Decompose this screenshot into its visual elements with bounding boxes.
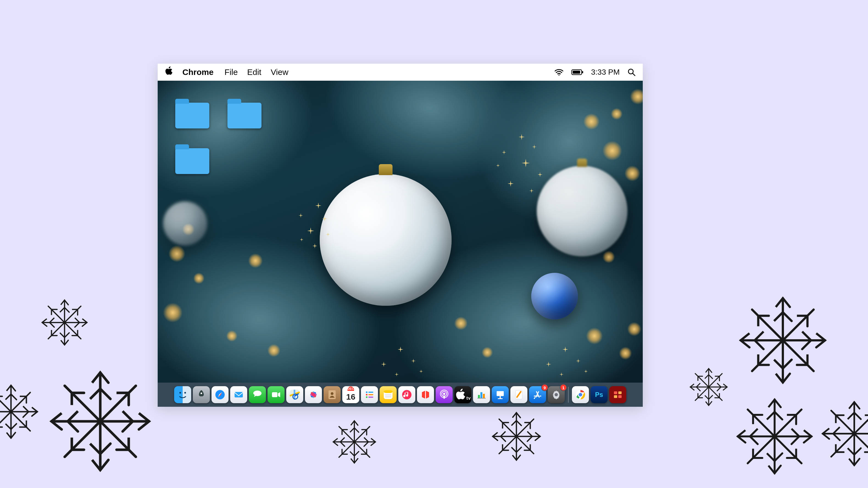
dock-item-photos[interactable] <box>305 386 322 403</box>
svg-line-9 <box>632 73 635 75</box>
appstore-icon <box>532 389 543 400</box>
mac-desktop: Chrome File Edit View 3:33 PM <box>158 64 643 407</box>
video-icon <box>270 389 282 400</box>
dock-item-safari[interactable] <box>212 386 228 403</box>
dock-item-tv[interactable]: tv <box>454 386 471 403</box>
dock-item-calendar[interactable]: DEC 16 <box>342 386 359 403</box>
dock-item-messages[interactable] <box>249 386 266 403</box>
ps-icon: Ps <box>595 391 603 398</box>
menu-edit[interactable]: Edit <box>247 67 261 77</box>
flower-icon <box>308 389 319 400</box>
svg-point-10 <box>179 392 181 394</box>
snowflake-icon <box>492 412 541 461</box>
dock-item-reminders[interactable] <box>361 386 378 403</box>
snowflake-icon <box>41 299 88 346</box>
map-icon <box>289 389 301 400</box>
snowflake-icon <box>736 398 813 475</box>
dock-item-facetime[interactable] <box>268 386 285 403</box>
dock-item-keynote[interactable] <box>492 386 509 403</box>
news-icon <box>420 389 431 400</box>
svg-point-32 <box>366 394 368 395</box>
list-icon <box>364 389 375 400</box>
svg-rect-49 <box>500 396 501 398</box>
snowflake-icon <box>50 370 151 472</box>
dock-item-contacts[interactable] <box>323 386 341 403</box>
dock-item-mail[interactable] <box>230 386 247 403</box>
folder-icon <box>175 103 209 128</box>
pen-icon <box>513 389 525 400</box>
book-icon <box>326 389 338 400</box>
svg-point-30 <box>366 391 368 393</box>
dock-item-podcasts[interactable] <box>436 386 453 403</box>
svg-marker-18 <box>278 392 280 397</box>
apple-menu-icon[interactable] <box>165 66 173 78</box>
dock-item-photoshop[interactable]: Ps <box>591 386 608 403</box>
svg-rect-44 <box>478 395 480 398</box>
svg-rect-46 <box>483 394 485 398</box>
chart-icon <box>476 389 487 400</box>
desktop-folder[interactable] <box>227 103 261 128</box>
svg-point-34 <box>366 396 368 398</box>
svg-rect-33 <box>368 394 373 395</box>
gear-icon <box>551 389 562 400</box>
folder-icon <box>227 103 261 128</box>
svg-rect-17 <box>272 392 277 397</box>
rocket-icon <box>195 389 207 400</box>
wifi-icon[interactable] <box>554 69 564 76</box>
battery-icon[interactable] <box>571 69 583 75</box>
wallpaper-ornament <box>537 166 627 256</box>
svg-line-56 <box>534 398 535 398</box>
wallpaper-ornament <box>163 201 207 246</box>
dock-item-launchpad[interactable] <box>193 386 210 403</box>
desktop-folder[interactable] <box>175 103 209 128</box>
svg-rect-48 <box>497 391 504 396</box>
svg-rect-63 <box>614 395 617 398</box>
svg-rect-31 <box>368 392 373 393</box>
dock-item-news[interactable] <box>417 386 434 403</box>
tv-icon: tv <box>455 389 471 401</box>
dock-item-pages[interactable] <box>510 386 527 403</box>
dock-item-appstore[interactable]: 9 <box>529 386 546 403</box>
tool-icon <box>612 389 623 400</box>
svg-rect-50 <box>498 398 503 399</box>
svg-rect-61 <box>614 391 617 394</box>
snowflake-icon <box>689 368 728 406</box>
svg-point-41 <box>443 393 445 395</box>
snowflake-icon <box>0 384 38 439</box>
note-icon <box>382 389 394 400</box>
dock-item-utility[interactable] <box>609 386 626 403</box>
svg-rect-62 <box>618 391 622 394</box>
dock-item-maps[interactable] <box>286 386 303 403</box>
menu-file[interactable]: File <box>224 67 238 77</box>
menu-view[interactable]: View <box>271 67 288 77</box>
chrome-icon <box>575 389 586 400</box>
dock-item-music[interactable] <box>398 386 415 403</box>
mail-icon <box>233 389 245 400</box>
svg-point-12 <box>200 392 202 394</box>
svg-rect-37 <box>384 390 393 393</box>
music-icon <box>401 389 412 400</box>
active-app-name[interactable]: Chrome <box>182 67 213 77</box>
settings-badge: 1 <box>560 385 566 391</box>
dock-item-chrome[interactable] <box>572 386 589 403</box>
podcast-icon <box>438 389 450 400</box>
svg-rect-16 <box>235 392 243 397</box>
desktop-folder[interactable] <box>175 148 209 174</box>
finder-icon <box>177 389 188 400</box>
desktop-wallpaper <box>158 81 643 383</box>
wallpaper-ornament <box>320 174 452 306</box>
spotlight-icon[interactable] <box>627 68 636 76</box>
compass-icon <box>214 389 226 400</box>
snowflake-icon <box>739 296 827 384</box>
svg-rect-35 <box>368 397 373 398</box>
dock-item-notes[interactable] <box>380 386 397 403</box>
dock-divider <box>568 387 568 403</box>
svg-rect-64 <box>618 395 622 398</box>
menu-bar-clock[interactable]: 3:33 PM <box>591 68 620 76</box>
folder-icon <box>175 148 209 174</box>
dock-item-numbers[interactable] <box>473 386 490 403</box>
svg-point-29 <box>331 392 334 395</box>
dock-item-settings[interactable]: 1 <box>548 386 565 403</box>
svg-rect-45 <box>480 392 482 398</box>
dock-item-finder[interactable] <box>174 386 191 403</box>
